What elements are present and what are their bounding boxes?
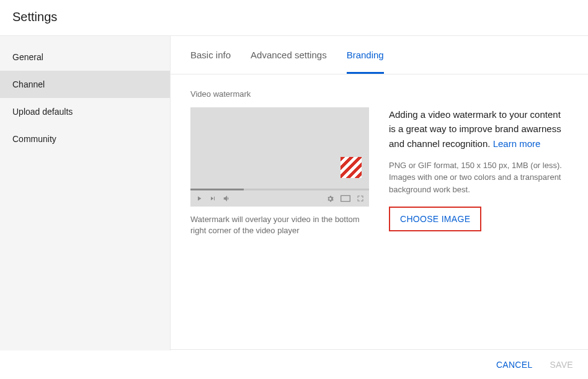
sidebar-item-community[interactable]: Community bbox=[0, 125, 170, 153]
volume-icon[interactable] bbox=[223, 194, 231, 203]
video-player-preview bbox=[190, 107, 369, 207]
preview-caption: Watermark will overlay your video in the… bbox=[190, 214, 369, 236]
settings-sidebar: General Channel Upload defaults Communit… bbox=[0, 36, 171, 350]
tab-bar: Basic info Advanced settings Branding bbox=[171, 36, 588, 74]
player-controls bbox=[190, 190, 369, 207]
sidebar-item-label: Channel bbox=[12, 79, 45, 89]
watermark-swatch bbox=[341, 157, 362, 178]
skip-next-icon[interactable] bbox=[209, 195, 216, 202]
tab-label: Basic info bbox=[190, 50, 231, 60]
sidebar-item-label: Community bbox=[12, 134, 56, 144]
tab-advanced-settings[interactable]: Advanced settings bbox=[251, 36, 327, 74]
tab-basic-info[interactable]: Basic info bbox=[190, 36, 231, 74]
fullscreen-icon[interactable] bbox=[357, 195, 364, 202]
page-title: Settings bbox=[12, 10, 576, 24]
section-label: Video watermark bbox=[190, 89, 568, 99]
tab-label: Advanced settings bbox=[251, 50, 327, 60]
tab-label: Branding bbox=[347, 50, 384, 60]
save-button: SAVE bbox=[550, 360, 573, 370]
sidebar-item-upload-defaults[interactable]: Upload defaults bbox=[0, 98, 170, 125]
preview-column: Watermark will overlay your video in the… bbox=[190, 107, 369, 236]
cancel-button[interactable]: CANCEL bbox=[496, 360, 533, 370]
sidebar-item-general[interactable]: General bbox=[0, 43, 170, 71]
gear-icon[interactable] bbox=[326, 195, 334, 203]
watermark-description: Adding a video watermark to your content… bbox=[389, 107, 568, 151]
learn-more-link[interactable]: Learn more bbox=[493, 138, 541, 149]
dialog-header: Settings bbox=[0, 0, 588, 36]
format-hint: PNG or GIF format, 150 x 150 px, 1MB (or… bbox=[389, 159, 568, 196]
main-panel: Basic info Advanced settings Branding Vi… bbox=[171, 36, 588, 350]
branding-content: Video watermark bbox=[171, 74, 588, 251]
dialog-body: General Channel Upload defaults Communit… bbox=[0, 36, 588, 350]
play-icon[interactable] bbox=[195, 195, 203, 202]
theater-mode-icon[interactable] bbox=[341, 195, 350, 202]
sidebar-item-label: Upload defaults bbox=[12, 107, 73, 117]
sidebar-item-channel[interactable]: Channel bbox=[0, 71, 170, 98]
choose-image-button[interactable]: CHOOSE IMAGE bbox=[389, 207, 481, 231]
watermark-row: Watermark will overlay your video in the… bbox=[190, 107, 568, 236]
description-column: Adding a video watermark to your content… bbox=[389, 107, 568, 231]
tab-branding[interactable]: Branding bbox=[347, 36, 384, 74]
dialog-footer: CANCEL SAVE bbox=[171, 349, 588, 379]
sidebar-item-label: General bbox=[12, 52, 43, 62]
